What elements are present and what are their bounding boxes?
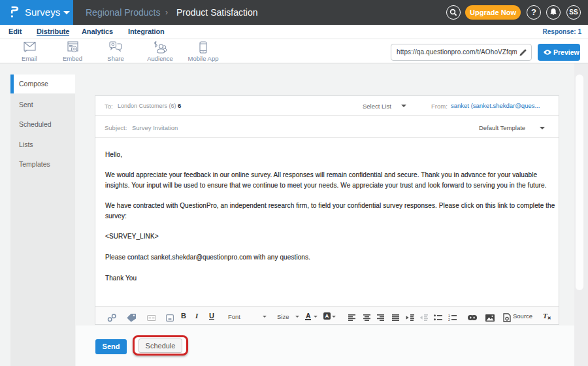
svg-text:2: 2 bbox=[448, 318, 450, 321]
